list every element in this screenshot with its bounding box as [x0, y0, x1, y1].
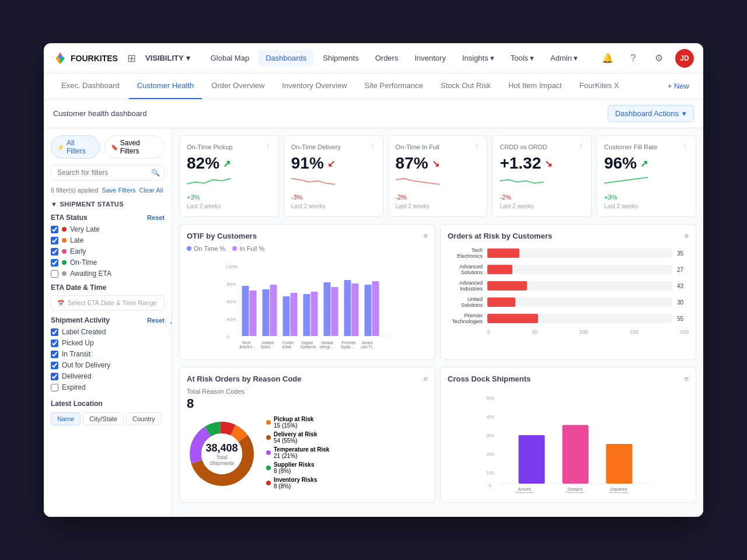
- nav-shipments[interactable]: Shipments: [316, 50, 365, 66]
- tab-hot-item-impact[interactable]: Hot Item Impact: [500, 74, 570, 99]
- tab-inventory-overview[interactable]: Inventory Overview: [274, 74, 355, 99]
- main-nav: Global Map Dashboards Shipments Orders I…: [204, 50, 585, 66]
- kpi-menu-3[interactable]: ⋮: [578, 143, 584, 150]
- svg-text:can Tr...: can Tr...: [361, 345, 376, 349]
- expired-checkbox[interactable]: [51, 384, 58, 391]
- saved-filters-button[interactable]: 🔖 Saved Filters: [104, 135, 165, 159]
- eta-late-checkbox[interactable]: [51, 237, 58, 244]
- eta-date-input[interactable]: 📅 Select ETA Date & Time Range: [51, 295, 165, 310]
- svg-text:60%: 60%: [227, 299, 236, 304]
- risk-axis: 0 50 100 150 200: [448, 329, 689, 335]
- svg-text:Shipments: Shipments: [566, 491, 585, 493]
- clear-all-link[interactable]: Clear All: [139, 187, 163, 194]
- svg-rect-26: [365, 285, 372, 336]
- kpi-menu-2[interactable]: ⋮: [473, 143, 480, 150]
- mini-chart-4: [604, 175, 651, 187]
- eta-early-checkbox[interactable]: [51, 248, 58, 256]
- sidebar-collapse-button[interactable]: ◀: [165, 315, 172, 330]
- eta-very-late: Very Late: [51, 225, 165, 233]
- tab-fourkites-x[interactable]: FourKites X: [571, 74, 627, 99]
- kpi-on-time-pickup: On-Time Pickup ⋮ 82% ↗ +3% Last 2 weeks: [179, 135, 279, 217]
- risk-row-3: UnitedSolutions 30: [448, 296, 689, 308]
- pickup-risk-dot: [266, 420, 271, 425]
- grid-icon[interactable]: ⊞: [127, 52, 136, 65]
- eta-date-title: ETA Date & Time: [51, 284, 165, 292]
- risk-row-2: AdvancedIndustries 43: [448, 280, 689, 292]
- dashboard-header: Customer health dashboard Dashboard Acti…: [44, 99, 703, 128]
- tab-exec-dashboard[interactable]: Exec. Dashboard: [53, 74, 128, 99]
- filter-type-buttons: ⚡ All Filters 🔖 Saved Filters: [51, 135, 165, 159]
- svg-rect-22: [324, 282, 331, 336]
- help-icon[interactable]: ?: [624, 49, 643, 68]
- label-created-checkbox[interactable]: [51, 328, 58, 336]
- svg-text:Contin: Contin: [282, 341, 294, 345]
- very-late-dot: [62, 227, 67, 232]
- tab-stock-out-risk[interactable]: Stock Out Risk: [432, 74, 499, 99]
- dashboard-actions-button[interactable]: Dashboard Actions ▾: [608, 105, 694, 122]
- eta-status-title: ETA Status Reset: [51, 214, 165, 222]
- eta-on-time-checkbox[interactable]: [51, 259, 58, 267]
- nav-orders[interactable]: Orders: [368, 50, 406, 66]
- svg-rect-17: [270, 285, 277, 336]
- activity-in-transit: In Transit: [51, 350, 165, 358]
- location-tab-city[interactable]: City/State: [83, 412, 124, 425]
- activity-reset-button[interactable]: Reset: [147, 317, 165, 324]
- risk-row-4: PremierTechnologies 55: [448, 313, 689, 324]
- visibility-label: VISIBILITY: [145, 54, 184, 62]
- visibility-dropdown[interactable]: VISIBILITY ▾: [145, 54, 190, 62]
- kpi-crdd-ordd: CRDD vs ORDD ⋮ +1.32 ↘ -2% Last 2 weeks: [492, 135, 592, 217]
- logo-icon: [53, 51, 67, 65]
- delivered-checkbox[interactable]: [51, 373, 58, 380]
- tab-site-performance[interactable]: Site Performance: [357, 74, 431, 99]
- kpi-on-time-in-full: On-Time In Full ⋮ 87% ↘ -2% Last 2 weeks: [388, 135, 488, 217]
- nav-global-map[interactable]: Global Map: [204, 50, 256, 66]
- nav-inventory[interactable]: Inventory: [407, 50, 452, 66]
- orders-at-risk-chart: Orders at Risk by Customers ≡ TechElectr…: [440, 224, 696, 360]
- svg-text:400: 400: [487, 414, 495, 419]
- svg-rect-18: [283, 296, 290, 336]
- svg-text:300: 300: [487, 433, 495, 438]
- kpi-menu-0[interactable]: ⋮: [265, 143, 271, 150]
- donut-chart: 38,408 Total Shipments: [187, 419, 257, 489]
- nav-admin[interactable]: Admin ▾: [543, 50, 585, 66]
- search-input[interactable]: [51, 164, 165, 181]
- at-risk-menu-icon[interactable]: ≡: [423, 374, 428, 383]
- svg-text:Premier: Premier: [342, 341, 357, 345]
- dashboard-content: On-Time Pickup ⋮ 82% ↗ +3% Last 2 weeks: [172, 128, 703, 517]
- mini-chart-1: [291, 175, 338, 187]
- kpi-menu-1[interactable]: ⋮: [369, 143, 376, 150]
- save-filters-link[interactable]: Save Filters: [102, 187, 135, 194]
- location-tab-name[interactable]: Name: [51, 412, 81, 425]
- eta-very-late-checkbox[interactable]: [51, 226, 58, 233]
- logo[interactable]: FOURKITES: [53, 51, 118, 65]
- eta-awaiting-checkbox[interactable]: [51, 270, 58, 278]
- eta-reset-button[interactable]: Reset: [147, 214, 165, 221]
- dashboard-actions-label: Dashboard Actions: [615, 109, 679, 118]
- shipment-status-header: ▼ SHIPMENT STATUS: [51, 201, 165, 208]
- user-avatar[interactable]: JD: [675, 49, 694, 68]
- svg-rect-16: [263, 289, 270, 336]
- tab-order-overview[interactable]: Order Overview: [203, 74, 273, 99]
- in-transit-checkbox[interactable]: [51, 351, 58, 358]
- orders-risk-menu-icon[interactable]: ≡: [684, 232, 689, 240]
- location-tab-country[interactable]: Country: [126, 412, 162, 425]
- location-tabs: Name City/State Country: [51, 412, 165, 425]
- svg-text:Ameri: Ameri: [362, 341, 374, 345]
- new-tab-button[interactable]: + New: [663, 82, 694, 90]
- settings-icon[interactable]: ⚙: [650, 49, 668, 68]
- top-actions: 🔔 ? ⚙ JD: [598, 49, 694, 68]
- nav-tools[interactable]: Tools ▾: [504, 50, 541, 66]
- out-for-delivery-checkbox[interactable]: [51, 362, 58, 369]
- kpi-menu-4[interactable]: ⋮: [682, 143, 689, 150]
- picked-up-checkbox[interactable]: [51, 340, 58, 347]
- svg-text:Shipments: Shipments: [609, 491, 629, 493]
- notifications-icon[interactable]: 🔔: [598, 49, 617, 68]
- nav-dashboards[interactable]: Dashboards: [259, 50, 313, 66]
- all-filters-button[interactable]: ⚡ All Filters: [51, 135, 100, 159]
- nav-insights[interactable]: Insights ▾: [455, 50, 501, 66]
- on-time-legend-dot: [187, 246, 191, 251]
- cross-dock-menu-icon[interactable]: ≡: [684, 374, 689, 383]
- activity-expired: Expired: [51, 383, 165, 391]
- otif-menu-icon[interactable]: ≡: [423, 232, 428, 240]
- tab-customer-health[interactable]: Customer Health: [129, 74, 203, 99]
